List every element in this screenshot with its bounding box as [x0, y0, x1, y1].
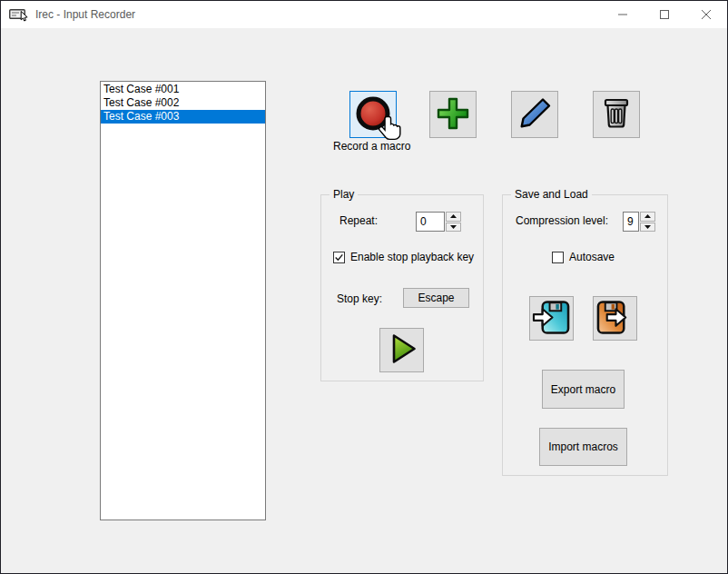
- repeat-spinner: 0: [416, 212, 461, 232]
- app-window: Irec - Input Recorder Test Case #0: [0, 0, 728, 574]
- maximize-button[interactable]: [644, 1, 685, 28]
- list-item[interactable]: Test Case #001: [101, 83, 265, 96]
- plus-icon: [434, 94, 472, 135]
- compression-spin-up-icon[interactable]: [640, 212, 655, 222]
- load-macros-button[interactable]: [593, 296, 637, 341]
- delete-macro-button[interactable]: [593, 91, 640, 138]
- checkbox-box[interactable]: [333, 252, 345, 263]
- floppy-load-icon: [595, 299, 635, 339]
- compression-input[interactable]: 9: [623, 212, 639, 232]
- import-macros-button[interactable]: Import macros: [539, 428, 627, 466]
- close-button[interactable]: [685, 1, 727, 28]
- autosave-label: Autosave: [569, 251, 615, 263]
- record-circle-icon: [354, 94, 392, 135]
- list-item[interactable]: Test Case #002: [101, 96, 265, 110]
- window-title: Irec - Input Recorder: [35, 8, 135, 21]
- play-groupbox: Play Repeat: 0 Enable stop playback k: [320, 194, 484, 381]
- maximize-icon: [660, 8, 669, 22]
- enable-stop-label: Enable stop playback key: [350, 251, 474, 263]
- save-macros-button[interactable]: [529, 296, 574, 341]
- list-item[interactable]: Test Case #003: [101, 110, 265, 124]
- repeat-spin-down-icon[interactable]: [446, 223, 461, 233]
- macro-listbox[interactable]: Test Case #001 Test Case #002 Test Case …: [100, 81, 266, 520]
- compression-spin-down-icon[interactable]: [640, 223, 655, 233]
- stop-key-button[interactable]: Escape: [403, 288, 469, 308]
- compression-label: Compression level:: [516, 214, 608, 227]
- pencil-icon: [516, 94, 554, 135]
- floppy-save-icon: [532, 299, 571, 339]
- record-macro-button[interactable]: [349, 91, 397, 138]
- repeat-label: Repeat:: [339, 214, 378, 227]
- trash-icon: [597, 94, 635, 135]
- add-macro-button[interactable]: [429, 91, 477, 138]
- window-controls: [602, 1, 727, 28]
- export-macro-button[interactable]: Export macro: [542, 370, 625, 409]
- client-area: Test Case #001 Test Case #002 Test Case …: [1, 28, 727, 573]
- edit-macro-button[interactable]: [511, 91, 558, 138]
- compression-spinner: 9: [623, 212, 655, 232]
- stop-key-label: Stop key:: [337, 292, 382, 305]
- check-icon: [334, 252, 344, 262]
- titlebar: Irec - Input Recorder: [1, 1, 727, 28]
- save-load-group-title: Save and Load: [511, 188, 592, 201]
- repeat-input[interactable]: 0: [416, 212, 445, 232]
- record-tooltip: Record a macro: [333, 140, 410, 153]
- play-triangle-icon: [384, 331, 420, 370]
- play-button[interactable]: [379, 328, 424, 372]
- play-group-title: Play: [330, 188, 358, 201]
- checkbox-box[interactable]: [552, 252, 564, 263]
- enable-stop-checkbox[interactable]: Enable stop playback key: [333, 251, 474, 263]
- minimize-button[interactable]: [602, 1, 644, 28]
- save-load-groupbox: Save and Load Compression level: 9 Au: [502, 194, 668, 476]
- autosave-checkbox[interactable]: Autosave: [552, 251, 615, 263]
- input-recorder-icon: [9, 7, 29, 22]
- minimize-icon: [618, 8, 627, 22]
- close-icon: [702, 8, 711, 22]
- repeat-spin-up-icon[interactable]: [446, 212, 461, 222]
